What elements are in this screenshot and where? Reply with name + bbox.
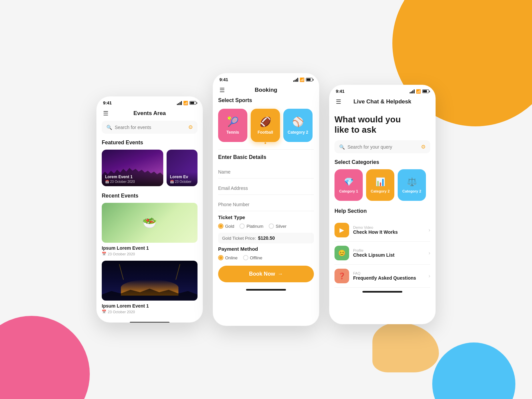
ticket-type-label: Ticket Type [218,214,314,220]
enter-details-title: Enter Basic Details [218,154,314,160]
radio-offline-circle [243,255,248,260]
payment-section: Payment Method Online Offline [218,246,314,260]
ticket-radio-group: Gold Platinum Silver [218,223,314,229]
help-item-faq[interactable]: ❓ FAQ Frequently Asked Questions › [334,265,430,288]
settings-icon-chat[interactable]: ⚙ [421,144,426,150]
help-arrow-profile: › [429,250,430,256]
payment-label: Payment Method [218,246,314,252]
search-input-chat[interactable] [347,144,421,150]
featured-card-overlay-1: Lorem Event 1 📅 23 October 2020 [102,172,163,186]
sport-category2[interactable]: ⚾ Category 2 [283,109,313,142]
sport-tennis[interactable]: 🎾 Tennis [218,109,247,142]
price-badge: Gold Ticket Price: $120.50 [218,233,314,243]
help-arrow-faq: › [429,273,430,279]
category-3[interactable]: ⚖️ Category 2 [398,169,426,201]
ticket-platinum-label: Platinum [246,224,263,229]
time-1: 9:41 [103,100,112,105]
radio-online-circle [218,255,223,260]
select-categories-title: Select Categories [334,159,430,165]
ticket-platinum[interactable]: Platinum [239,223,263,229]
phone-booking: 9:41 📶 ☰ Booking Select Sports 🎾 Tennis [213,73,319,326]
play-icon: ▶ [339,226,344,234]
time-3: 9:41 [336,89,344,94]
menu-icon-3[interactable]: ☰ [336,98,341,105]
featured-card-overlay-2: Lorem Ev 📅 23 October [167,172,198,186]
category2-label-chat: Category 2 [371,189,390,193]
featured-event-name-2: Lorem Ev [170,175,194,179]
phone3-content: What would you like to ask 🔍 ⚙ Select Ca… [329,109,436,288]
phone3-title: Live Chat & Helpdesk [353,98,411,105]
payment-online[interactable]: Online [218,255,238,260]
phone1-title: Events Area [133,110,166,117]
email-field[interactable] [218,182,314,195]
help-text-faq: FAQ Frequently Asked Questions [353,271,429,281]
search-bar-chat[interactable]: 🔍 ⚙ [334,140,430,153]
settings-icon-events[interactable]: ⚙ [188,124,193,130]
phone1-content: 🔍 ⚙ Featured Events Lorem Event 1 📅 23 O… [96,121,203,319]
ticket-gold[interactable]: Gold [218,223,234,229]
help-item-profile[interactable]: 😊 Profile Check Lipsum List › [334,242,430,265]
phone-input[interactable] [218,202,314,207]
book-arrow-icon: → [278,271,283,277]
help-arrow-demo: › [429,227,430,233]
help-item-demo[interactable]: ▶ Demo Video Check How It Works › [334,219,430,242]
ticket-silver[interactable]: Silver [269,223,287,229]
football-icon: 🏈 [260,116,271,127]
recent-events-title: Recent Events [102,193,198,199]
phone2-title: Booking [255,87,277,93]
recent-event-date-1: 📅 23 October 2020 [102,252,198,256]
email-input[interactable] [218,186,314,191]
ask-title: What would you like to ask [334,114,430,135]
search-bar-events[interactable]: 🔍 ⚙ [102,121,198,134]
search-icon-chat: 🔍 [339,144,345,150]
faq-icon: ❓ [338,272,345,280]
recent-event-date-2: 📅 23 October 2020 [102,310,198,314]
help-icon-faq: ❓ [334,269,349,283]
phone2-content: Select Sports 🎾 Tennis 🏈 Football ⚾ Cate… [213,97,319,286]
price-value: $120.50 [258,235,275,241]
tennis-label: Tennis [226,130,239,135]
wifi-icon-2: 📶 [300,77,305,82]
signal-icon [177,101,182,105]
category-2[interactable]: 📊 Category 2 [366,169,394,201]
menu-icon[interactable]: ☰ [103,110,108,117]
category2-label: Category 2 [288,130,308,135]
help-subtitle-faq: FAQ [353,271,429,275]
wifi-icon: 📶 [183,101,188,105]
help-section-title: Help Section [334,208,430,214]
featured-events-row: Lorem Event 1 📅 23 October 2020 Lorem Ev… [102,150,198,186]
status-bar-3: 9:41 📶 [329,85,436,96]
name-field[interactable] [218,166,314,179]
help-subtitle-profile: Profile [353,248,429,252]
nav-1: ☰ Events Area [96,107,203,121]
payment-online-label: Online [225,255,238,260]
recent-event-1[interactable]: 🥗 Ipsum Lorem Event 1 📅 23 October 2020 [102,203,198,256]
category-1[interactable]: 💎 Category 1 [334,169,363,201]
recent-event-img-1: 🥗 [102,203,198,243]
help-main-profile: Check Lipsum List [353,252,429,258]
category3-icon: ⚖️ [407,177,417,187]
menu-icon-2[interactable]: ☰ [219,86,225,94]
payment-offline[interactable]: Offline [243,255,262,260]
search-input-events[interactable] [115,125,188,130]
name-input[interactable] [218,169,314,175]
ticket-silver-label: Silver [276,224,287,229]
battery-icon-2 [306,78,313,81]
status-bar-2: 9:41 📶 [213,73,319,84]
categories-row: 💎 Category 1 📊 Category 2 ⚖️ Category 2 [334,169,430,201]
radio-gold-circle [218,223,223,229]
help-text-demo: Demo Video Check How It Works [353,225,429,235]
home-indicator-1 [130,322,170,323]
featured-card-1[interactable]: Lorem Event 1 📅 23 October 2020 [102,150,163,186]
ask-title-line1: What would you [334,114,401,124]
phone-field[interactable] [218,198,314,211]
sport-football[interactable]: 🏈 Football [251,109,280,142]
wifi-icon-3: 📶 [416,89,421,94]
category1-label: Category 1 [339,189,358,193]
sports-row: 🎾 Tennis 🏈 Football ⚾ Category 2 [218,109,314,142]
book-now-button[interactable]: Book Now → [218,266,314,282]
featured-card-2[interactable]: Lorem Ev 📅 23 October [167,150,198,186]
payment-offline-label: Offline [250,255,262,260]
recent-event-2[interactable]: Ipsum Lorem Event 1 📅 23 October 2020 [102,261,198,314]
category1-icon: 💎 [344,177,354,187]
